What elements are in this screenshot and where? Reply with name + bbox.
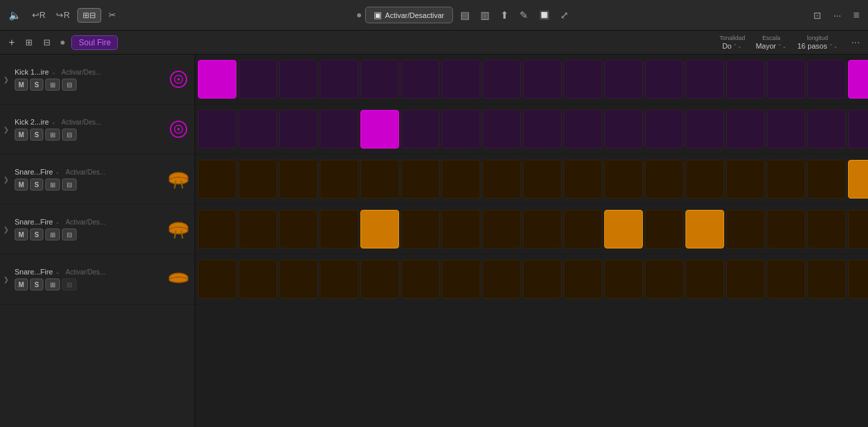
grid-cell[interactable] — [482, 210, 521, 248]
grid-cell[interactable] — [238, 260, 277, 298]
grid-cell[interactable] — [807, 160, 846, 199]
grid-cell[interactable] — [360, 260, 399, 298]
grid-cell[interactable] — [360, 160, 399, 199]
grid-cell[interactable] — [442, 160, 480, 199]
grid-cell[interactable] — [807, 60, 846, 99]
smart-controls-button[interactable]: ⊞⊟ — [77, 8, 101, 23]
grid-cell[interactable] — [685, 110, 724, 149]
grid-cell[interactable] — [198, 110, 236, 149]
grid-cell[interactable] — [238, 160, 277, 199]
track-ctrl1-button[interactable]: ⊞ — [45, 179, 60, 191]
longitud-value[interactable]: 16 pasos ⌃⌄ — [797, 42, 838, 50]
grid-cell[interactable] — [279, 210, 318, 248]
grid-cell[interactable] — [604, 210, 643, 248]
grid-cell[interactable] — [564, 60, 602, 99]
grid-cell[interactable] — [279, 60, 318, 99]
grid-cell[interactable] — [848, 260, 868, 298]
grid-cell[interactable] — [238, 210, 277, 248]
track-expand-button[interactable]: ❯ — [0, 276, 12, 283]
edit-button[interactable]: ✎ — [516, 7, 532, 23]
solo-button[interactable]: S — [30, 79, 43, 91]
grid-cell[interactable] — [685, 160, 724, 199]
grid-cell[interactable] — [645, 160, 683, 199]
undo-button[interactable]: ↩R — [29, 8, 49, 22]
aspect-ratio-button[interactable]: ⊡ — [810, 8, 825, 23]
grid-cell[interactable] — [360, 210, 399, 248]
grid-cell[interactable] — [848, 210, 868, 248]
grid-cell[interactable] — [320, 60, 358, 99]
activar-desactivar-button[interactable]: ▣ Activar/Desactivar — [365, 7, 453, 23]
grid-cell[interactable] — [523, 210, 562, 248]
track-ctrl2-button[interactable]: ⊟ — [62, 278, 77, 290]
track-ctrl1-button[interactable]: ⊞ — [45, 79, 60, 91]
mute-button[interactable]: M — [15, 129, 28, 141]
solo-button[interactable]: S — [30, 228, 43, 240]
mute-button[interactable]: M — [15, 179, 28, 191]
grid-cell[interactable] — [604, 160, 643, 199]
grid-cell[interactable] — [401, 260, 440, 298]
grid-cell[interactable] — [645, 110, 683, 149]
expand-button[interactable]: ⤢ — [557, 7, 572, 23]
grid-cell[interactable] — [320, 110, 358, 149]
grid-cell[interactable] — [320, 260, 358, 298]
track-expand-button[interactable]: ❯ — [0, 76, 12, 83]
menu-button[interactable]: ≡ — [850, 7, 863, 23]
grid-cell[interactable] — [807, 210, 846, 248]
grid-cell[interactable] — [360, 110, 399, 149]
grid-cell[interactable] — [523, 260, 562, 298]
grid-cell[interactable] — [401, 110, 440, 149]
grid-cell[interactable] — [848, 160, 868, 199]
grid-cell[interactable] — [238, 110, 277, 149]
grid-cell[interactable] — [401, 60, 440, 99]
grid-cell[interactable] — [238, 60, 277, 99]
grid-cell[interactable] — [442, 110, 480, 149]
track-expand-button[interactable]: ❯ — [0, 126, 12, 133]
collapse-tracks-button[interactable]: ⊟ — [40, 35, 54, 49]
grid-cell[interactable] — [564, 260, 602, 298]
grid-cell[interactable] — [482, 60, 521, 99]
grid-cell[interactable] — [198, 210, 236, 248]
grid-cell[interactable] — [645, 260, 683, 298]
grid-cell[interactable] — [442, 60, 480, 99]
grid-cell[interactable] — [482, 160, 521, 199]
grid-cell[interactable] — [645, 210, 683, 248]
track-ctrl1-button[interactable]: ⊞ — [45, 129, 60, 141]
upload-button[interactable]: ⬆ — [497, 7, 512, 23]
grid-cell[interactable] — [685, 260, 724, 298]
grid-cell[interactable] — [685, 210, 724, 248]
grid-cell[interactable] — [564, 160, 602, 199]
track-ctrl2-button[interactable]: ⊟ — [62, 179, 77, 191]
grid-cell[interactable] — [726, 60, 765, 99]
grid-cell[interactable] — [767, 210, 805, 248]
grid-cell[interactable] — [279, 110, 318, 149]
tonalidad-value[interactable]: Do ⌃⌄ — [722, 42, 742, 50]
grid-cell[interactable] — [767, 110, 805, 149]
mute-button[interactable]: M — [15, 79, 28, 91]
grid-cell[interactable] — [807, 110, 846, 149]
grid-cell[interactable] — [604, 260, 643, 298]
split-button[interactable]: ✂ — [105, 8, 119, 22]
grid-cell[interactable] — [726, 160, 765, 199]
grid-cell[interactable] — [482, 110, 521, 149]
pattern-more-button[interactable]: ··· — [849, 37, 863, 49]
grid-cell[interactable] — [320, 210, 358, 248]
grid-cell[interactable] — [604, 110, 643, 149]
grid-cell[interactable] — [198, 160, 236, 199]
piano-roll-button[interactable]: ▥ — [477, 7, 493, 23]
track-ctrl2-button[interactable]: ⊟ — [62, 129, 77, 141]
pattern-name[interactable]: Soul Fire — [71, 35, 118, 50]
track-expand-button[interactable]: ❯ — [0, 226, 12, 233]
grid-cell[interactable] — [685, 60, 724, 99]
track-ctrl2-button[interactable]: ⊟ — [62, 79, 77, 91]
solo-button[interactable]: S — [30, 129, 43, 141]
redo-button[interactable]: ↪R — [53, 8, 73, 22]
grid-cell[interactable] — [604, 60, 643, 99]
grid-cell[interactable] — [726, 260, 765, 298]
add-track-button[interactable]: + — [5, 35, 18, 51]
solo-button[interactable]: S — [30, 179, 43, 191]
more-button[interactable]: ··· — [830, 8, 845, 23]
grid-cell[interactable] — [564, 210, 602, 248]
grid-cell[interactable] — [848, 110, 868, 149]
track-ctrl1-button[interactable]: ⊞ — [45, 278, 60, 290]
grid-cell[interactable] — [523, 110, 562, 149]
